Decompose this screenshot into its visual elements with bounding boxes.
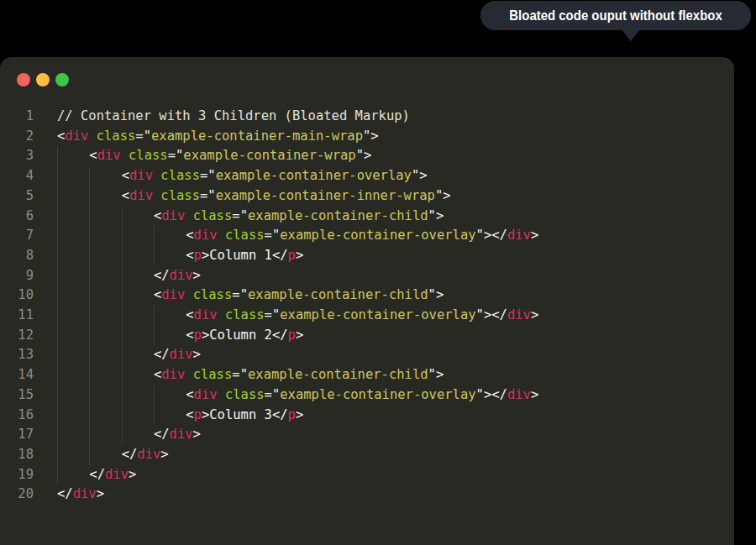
code-token: > [296, 246, 303, 266]
indent-guide [122, 226, 154, 246]
indent-guide [89, 207, 121, 227]
code-token: </ [89, 465, 105, 485]
indent-guide [122, 246, 154, 266]
code-token: < [122, 186, 129, 207]
code-token: < [122, 166, 129, 186]
close-button[interactable] [17, 73, 30, 86]
minimize-button[interactable] [36, 73, 50, 86]
code-token: Column 1 [209, 246, 272, 266]
indent-guide [57, 345, 89, 365]
code-token: =" [265, 226, 281, 246]
line-number: 19 [0, 465, 34, 485]
code-token: > [193, 266, 201, 286]
code-token: div [507, 306, 531, 326]
code-token: p [288, 246, 296, 266]
code-token: "> [428, 286, 444, 306]
code-token: > [202, 406, 209, 426]
indent-guide [57, 226, 89, 246]
line-number: 2 [0, 127, 34, 147]
line-number: 10 [0, 286, 34, 306]
indent-guide [122, 207, 154, 227]
code-token: div [161, 365, 185, 385]
indent-guide [89, 425, 121, 445]
code-token: div [97, 146, 121, 166]
code-token: div [129, 166, 153, 186]
indent-guide [57, 326, 89, 346]
code-token [88, 127, 96, 147]
code-token: < [154, 207, 161, 227]
code-token [153, 186, 160, 207]
code-token: example-container-main-wrap [151, 127, 363, 147]
code-line: 17</div> [0, 425, 734, 445]
code-token: div [161, 207, 185, 227]
code-token: class [160, 186, 200, 207]
code-token: div [170, 345, 193, 365]
code-line: 7<div class="example-container-overlay">… [0, 226, 734, 246]
code-token: div [170, 266, 193, 286]
indent-guide [57, 186, 89, 207]
code-token [185, 286, 192, 306]
indent-guide [89, 445, 121, 465]
indent-guide [122, 266, 154, 286]
indent-guide [89, 326, 121, 346]
code-token: =" [232, 286, 248, 306]
line-number: 7 [0, 226, 34, 246]
indent-guide [122, 286, 154, 306]
code-token: </ [272, 406, 288, 426]
code-token: < [186, 385, 193, 406]
code-token: example-container-overlay [280, 226, 475, 246]
code-token: class [193, 365, 233, 385]
indent-guide [154, 246, 186, 266]
code-line: 13</div> [0, 345, 734, 365]
line-number: 17 [0, 425, 34, 445]
code-token: p [194, 326, 202, 346]
code-token [218, 226, 225, 246]
code-token [153, 166, 160, 186]
code-line: 8<p>Column 1</p> [0, 246, 734, 266]
indent-guide [122, 425, 154, 445]
code-token: =" [200, 186, 216, 207]
code-token: > [531, 385, 538, 406]
code-token: div [194, 306, 218, 326]
code-line: 14<div class="example-container-child"> [0, 365, 734, 385]
code-token: div [507, 385, 531, 406]
code-token: =" [265, 385, 281, 406]
code-line: 16<p>Column 3</p> [0, 406, 734, 426]
code-token: example-container-overlay [280, 385, 475, 406]
code-token: < [186, 226, 193, 246]
code-token: Column 3 [209, 406, 272, 426]
code-token: =" [168, 146, 184, 166]
code-token: "> [356, 146, 372, 166]
maximize-button[interactable] [55, 73, 69, 86]
code-editor[interactable]: 1// Container with 3 Children (Bloated M… [0, 107, 734, 505]
code-token: > [202, 326, 209, 346]
indent-guide [57, 286, 89, 306]
line-number: 9 [0, 266, 34, 286]
code-line: 3<div class="example-container-wrap"> [0, 146, 734, 166]
code-line: 2<div class="example-container-main-wrap… [0, 127, 734, 147]
indent-guide [122, 365, 154, 385]
code-token: Column 2 [209, 326, 272, 346]
code-token: div [194, 385, 218, 406]
code-line: 6<div class="example-container-child"> [0, 207, 734, 227]
line-number: 5 [0, 186, 34, 207]
code-token: < [186, 246, 193, 266]
code-token: </ [57, 485, 73, 505]
code-token: > [129, 465, 136, 485]
code-token [121, 146, 129, 166]
code-token: < [186, 406, 193, 426]
line-number: 11 [0, 306, 34, 326]
code-token: class [193, 286, 233, 306]
code-token: div [137, 445, 160, 465]
line-number: 4 [0, 166, 34, 186]
window-titlebar [0, 57, 734, 86]
indent-guide [122, 306, 154, 326]
indent-guide [89, 345, 121, 365]
code-token: p [194, 406, 202, 426]
line-number: 20 [0, 485, 34, 505]
indent-guide [154, 326, 186, 346]
code-token: div [194, 226, 218, 246]
tooltip-label: Bloated code ouput without flexbox [509, 8, 722, 24]
code-token: </ [154, 425, 170, 445]
indent-guide [154, 385, 186, 406]
